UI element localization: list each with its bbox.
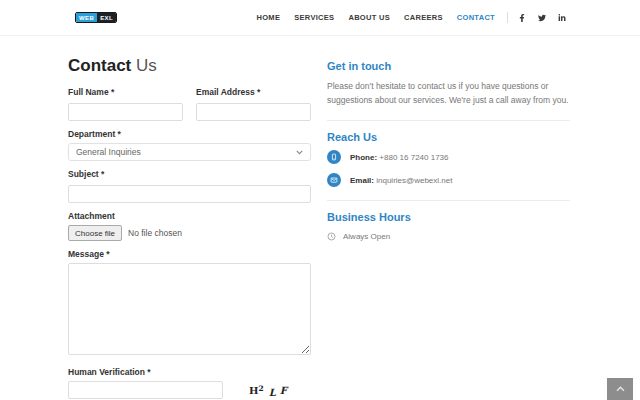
twitter-icon[interactable] (538, 14, 546, 22)
attachment-label: Attachment (68, 211, 311, 221)
nav-item-about-us[interactable]: ABOUT US (348, 13, 390, 22)
nav-item-contact[interactable]: CONTACT (457, 13, 495, 22)
get-in-touch-text: Please don't hesitate to contact us if y… (327, 79, 570, 107)
business-hours-title: Business Hours (327, 211, 570, 223)
full-name-label: Full Name * (68, 87, 183, 97)
business-hours-row: Always Open (327, 232, 570, 241)
page-title-light: Us (131, 56, 157, 75)
email-address-label: Email Address * (196, 87, 311, 97)
clock-icon (327, 232, 336, 241)
envelope-icon (327, 173, 341, 187)
nav-item-home[interactable]: HOME (257, 13, 281, 22)
page-title-strong: Contact (68, 56, 131, 75)
subject-input[interactable] (68, 185, 311, 203)
phone-row: Phone: +880 16 7240 1736 (327, 150, 570, 164)
social-links (518, 14, 566, 22)
captcha-char-2: 2 (258, 384, 263, 393)
logo-text-right: EXL (97, 13, 116, 22)
scroll-to-top-button[interactable] (607, 378, 633, 400)
captcha-char-4: F (280, 385, 287, 396)
file-status-text: No file chosen (128, 228, 182, 238)
email-row: Email: inquiries@webexl.net (327, 173, 570, 187)
email-address-input[interactable] (196, 103, 311, 121)
email-value[interactable]: inquiries@webexl.net (374, 176, 452, 185)
page-title: Contact Us (68, 56, 311, 76)
nav-item-services[interactable]: SERVICES (294, 13, 334, 22)
main-nav: HOME SERVICES ABOUT US CAREERS CONTACT (257, 13, 495, 22)
department-label: Department * (68, 129, 311, 139)
linkedin-icon[interactable] (558, 14, 566, 22)
phone-value: +880 16 7240 1736 (377, 153, 448, 162)
contact-info-sidebar: Get in touch Please don't hesitate to co… (327, 50, 570, 400)
contact-form: Full Name * Email Address * Department *… (68, 87, 311, 400)
message-textarea[interactable] (68, 263, 311, 355)
main-content: Contact Us Full Name * Email Address * D… (0, 36, 640, 400)
department-selected-value: General Inquiries (76, 147, 141, 157)
chevron-down-icon (296, 150, 303, 155)
human-verification-input[interactable] (68, 381, 223, 399)
reach-us-title: Reach Us (327, 131, 570, 143)
logo-text-left: WEB (76, 13, 97, 22)
nav-social-divider (507, 12, 508, 23)
facebook-icon[interactable] (518, 14, 526, 22)
human-verification-label: Human Verification * (68, 367, 311, 377)
phone-icon (327, 150, 341, 164)
contact-form-section: Contact Us Full Name * Email Address * D… (68, 50, 311, 400)
get-in-touch-title: Get in touch (327, 60, 570, 72)
header: WEB EXL HOME SERVICES ABOUT US CAREERS C… (0, 0, 640, 36)
chevron-up-icon (616, 386, 625, 392)
department-select[interactable]: General Inquiries (68, 143, 311, 161)
captcha-char-3: L (269, 386, 276, 397)
nav-item-careers[interactable]: CAREERS (404, 13, 443, 22)
phone-label: Phone: (350, 153, 377, 162)
phone-text: Phone: +880 16 7240 1736 (350, 153, 449, 162)
site-logo[interactable]: WEB EXL (75, 12, 117, 23)
message-label: Message * (68, 249, 311, 259)
email-text: Email: inquiries@webexl.net (350, 176, 452, 185)
email-label: Email: (350, 176, 374, 185)
full-name-input[interactable] (68, 103, 183, 121)
subject-label: Subject * (68, 169, 311, 179)
captcha-image: H2LF (249, 384, 287, 396)
business-hours-status: Always Open (343, 232, 390, 241)
choose-file-button[interactable]: Choose file (68, 225, 122, 241)
